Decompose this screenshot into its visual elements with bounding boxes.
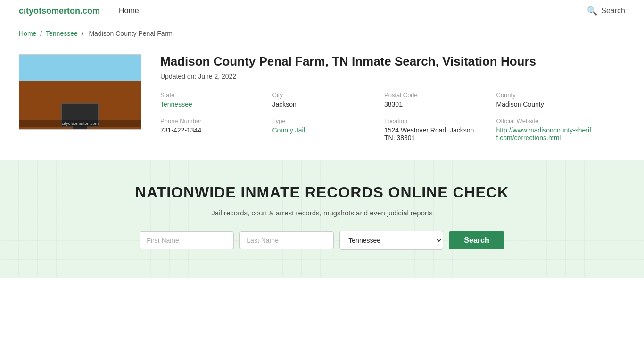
breadcrumb: Home / Tennessee / Madison County Penal …: [0, 22, 644, 45]
section-title: NATIONWIDE INMATE RECORDS ONLINE CHECK: [135, 184, 509, 201]
breadcrumb-state[interactable]: Tennessee: [46, 30, 78, 37]
state-value[interactable]: Tennessee: [160, 100, 192, 108]
search-label: Search: [601, 7, 625, 15]
facility-details: Madison County Penal Farm, TN Inmate Sea…: [160, 54, 594, 141]
section-subtitle: Jail records, court & arrest records, mu…: [211, 209, 432, 217]
info-county: County Madison County: [496, 91, 594, 108]
state-select[interactable]: AlabamaAlaskaArizonaArkansasCaliforniaCo…: [339, 231, 443, 250]
nav-home-link[interactable]: Home: [119, 7, 139, 15]
website-value[interactable]: http://www.madisoncounty-sheriff.com/cor…: [496, 126, 592, 141]
search-button[interactable]: Search: [449, 231, 504, 249]
site-title[interactable]: cityofsomerton.com: [19, 6, 100, 16]
updated-date: Updated on: June 2, 2022: [160, 73, 594, 80]
info-type: Type County Jail: [272, 117, 371, 141]
header: cityofsomerton.com Home 🔍 Search: [0, 0, 644, 22]
website-label: Official Website: [496, 117, 594, 124]
postal-value: 38301: [384, 100, 482, 108]
city-value: Jackson: [272, 100, 371, 108]
last-name-input[interactable]: [239, 231, 334, 249]
city-label: City: [272, 91, 371, 99]
header-search[interactable]: 🔍 Search: [587, 6, 625, 16]
bottom-section: NATIONWIDE INMATE RECORDS ONLINE CHECK J…: [0, 160, 644, 278]
state-label: State: [160, 91, 258, 99]
info-state: State Tennessee: [160, 91, 258, 108]
county-label: County: [496, 91, 594, 99]
header-left: cityofsomerton.com Home: [19, 6, 139, 16]
postal-label: Postal Code: [384, 91, 482, 99]
first-name-input[interactable]: [140, 231, 234, 249]
county-value: Madison County: [496, 100, 594, 108]
search-icon: 🔍: [587, 6, 597, 16]
phone-label: Phone Number: [160, 117, 258, 124]
breadcrumb-sep1: /: [40, 30, 44, 37]
location-label: Location: [384, 117, 482, 124]
main-content: cityofsomerton.com Madison County Penal …: [0, 45, 613, 160]
phone-value: 731-422-1344: [160, 126, 258, 134]
info-postal: Postal Code 38301: [384, 91, 482, 108]
breadcrumb-home[interactable]: Home: [19, 30, 36, 37]
type-label: Type: [272, 117, 371, 124]
info-location: Location 1524 Westover Road, Jackson, TN…: [384, 117, 482, 141]
facility-image: cityofsomerton.com: [19, 54, 141, 130]
type-value[interactable]: County Jail: [272, 126, 305, 134]
info-city: City Jackson: [272, 91, 371, 108]
search-form: AlabamaAlaskaArizonaArkansasCaliforniaCo…: [140, 231, 504, 250]
breadcrumb-sep2: /: [82, 30, 85, 37]
location-value: 1524 Westover Road, Jackson, TN, 38301: [384, 126, 482, 141]
info-phone: Phone Number 731-422-1344: [160, 117, 258, 141]
info-website: Official Website http://www.madisoncount…: [496, 117, 594, 141]
image-caption: cityofsomerton.com: [19, 120, 141, 127]
breadcrumb-current: Madison County Penal Farm: [89, 30, 172, 37]
facility-title: Madison County Penal Farm, TN Inmate Sea…: [160, 54, 594, 69]
info-grid: State Tennessee City Jackson Postal Code…: [160, 91, 594, 141]
